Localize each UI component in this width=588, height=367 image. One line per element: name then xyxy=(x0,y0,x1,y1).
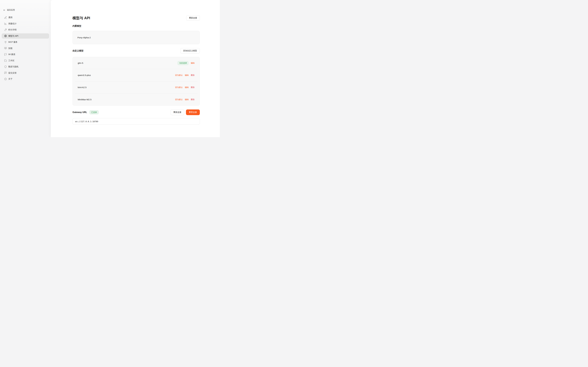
gateway-reconnect-button[interactable]: 重新连接 xyxy=(170,109,184,115)
sidebar-item-label: 数据与隐私 xyxy=(8,65,19,68)
plug-icon xyxy=(4,41,7,43)
settings-window: 返回应用 通用 用量统计 积分详情 模型与 API MCP 服务 xyxy=(0,0,220,137)
main-panel: 模型与 API 重新连接 内置模型 Pony-Alpha-2 自定义模型 添加自… xyxy=(51,0,220,137)
model-name: kimi-k2.5 xyxy=(78,86,87,89)
gateway-buttons: 重新连接 重置连接 xyxy=(170,109,200,115)
gateway-reset-button[interactable]: 重置连接 xyxy=(186,109,200,115)
delete-link[interactable]: 删除 xyxy=(191,74,195,76)
connected-status-badge: 已连接 xyxy=(89,110,99,114)
set-default-link[interactable]: 设为默认 xyxy=(175,98,183,101)
sidebar-item-usage-stats[interactable]: 用量统计 xyxy=(2,21,49,26)
builtin-models-heading: 内置模型 xyxy=(72,25,200,27)
current-selection-badge: 当前选择 xyxy=(177,61,189,65)
sidebar-item-general[interactable]: 通用 xyxy=(2,15,49,20)
model-name: qwen3.5-plus xyxy=(78,74,91,76)
sidebar-nav: 通用 用量统计 积分详情 模型与 API MCP 服务 技能 xyxy=(2,15,49,83)
add-custom-model-button[interactable]: 添加自定义模型 xyxy=(180,48,200,53)
row-actions: 当前选择 编辑 xyxy=(177,61,195,65)
sidebar-item-label: 工作区 xyxy=(8,59,15,62)
delete-link[interactable]: 删除 xyxy=(191,86,195,89)
sidebar-item-label: 关于 xyxy=(8,78,12,80)
edit-link[interactable]: 编辑 xyxy=(185,86,189,89)
info-icon xyxy=(4,78,7,81)
cpu-icon xyxy=(4,34,7,37)
custom-models-header: 自定义模型 添加自定义模型 xyxy=(72,48,200,53)
page-header: 模型与 API 重新连接 xyxy=(72,15,200,21)
row-actions: 设为默认 编辑 删除 xyxy=(175,98,195,101)
page-title: 模型与 API xyxy=(72,16,90,20)
sidebar-item-skills[interactable]: 技能 xyxy=(2,46,49,51)
sidebar-item-feedback[interactable]: 提交反馈 xyxy=(2,70,49,75)
sidebar-item-mcp-services[interactable]: MCP 服务 xyxy=(2,40,49,45)
sidebar-item-models-api[interactable]: 模型与 API xyxy=(2,33,49,39)
folder-icon xyxy=(4,59,7,62)
back-to-app-link[interactable]: 返回应用 xyxy=(2,9,49,11)
model-row-minimax: MiniMax-M2.5 设为默认 编辑 删除 xyxy=(73,93,200,106)
book-open-icon xyxy=(4,47,7,50)
gateway-url-label: Gateway URL xyxy=(72,111,87,114)
sidebar-item-label: MCP 服务 xyxy=(8,41,17,43)
sidebar-item-label: 用量统计 xyxy=(8,22,16,25)
custom-models-heading: 自定义模型 xyxy=(72,50,83,52)
reconnect-button[interactable]: 重新连接 xyxy=(186,15,200,21)
coins-icon xyxy=(4,28,7,31)
edit-link[interactable]: 编辑 xyxy=(185,98,189,101)
builtin-model-card: Pony-Alpha-2 xyxy=(72,31,200,44)
sidebar-item-im-channels[interactable]: IM 频道 xyxy=(2,52,49,57)
chat-bubble-icon xyxy=(4,53,7,56)
sidebar-item-label: IM 频道 xyxy=(8,53,15,56)
sidebar-item-label: 模型与 API xyxy=(8,35,18,37)
row-actions: 设为默认 编辑 删除 xyxy=(175,86,195,89)
sidebar-item-label: 技能 xyxy=(8,47,12,50)
sidebar-item-credits[interactable]: 积分详情 xyxy=(2,27,49,32)
model-name: MiniMax-M2.5 xyxy=(78,98,91,101)
pencil-icon xyxy=(4,16,7,19)
builtin-model-name: Pony-Alpha-2 xyxy=(77,36,91,39)
model-name: glm-5 xyxy=(78,62,83,64)
bar-chart-icon xyxy=(4,22,7,25)
arrow-left-icon xyxy=(3,9,6,11)
sidebar-item-label: 提交反馈 xyxy=(8,72,16,74)
sidebar: 返回应用 通用 用量统计 积分详情 模型与 API MCP 服务 xyxy=(0,0,51,137)
delete-link[interactable]: 删除 xyxy=(191,98,195,101)
model-row-kimi: kimi-k2.5 设为默认 编辑 删除 xyxy=(73,81,200,93)
sidebar-item-about[interactable]: 关于 xyxy=(2,76,49,82)
back-label: 返回应用 xyxy=(7,9,15,11)
gateway-url-left: Gateway URL 已连接 xyxy=(72,110,99,114)
set-default-link[interactable]: 设为默认 xyxy=(175,86,183,89)
gateway-url-row: Gateway URL 已连接 重新连接 重置连接 xyxy=(72,109,200,115)
edit-link[interactable]: 编辑 xyxy=(185,74,189,76)
sidebar-item-workspace[interactable]: 工作区 xyxy=(2,58,49,63)
sidebar-item-label: 积分详情 xyxy=(8,28,16,31)
set-default-link[interactable]: 设为默认 xyxy=(175,74,183,76)
feedback-icon xyxy=(4,71,7,74)
sidebar-item-label: 通用 xyxy=(8,16,12,19)
shield-icon xyxy=(4,65,7,68)
sidebar-item-data-privacy[interactable]: 数据与隐私 xyxy=(2,64,49,69)
model-row-glm-5: glm-5 当前选择 编辑 xyxy=(73,57,200,69)
row-actions: 设为默认 编辑 删除 xyxy=(175,74,195,76)
model-row-qwen: qwen3.5-plus 设为默认 编辑 删除 xyxy=(73,69,200,81)
gateway-url-input[interactable] xyxy=(72,118,200,125)
edit-link[interactable]: 编辑 xyxy=(191,62,195,64)
custom-models-list: glm-5 当前选择 编辑 qwen3.5-plus 设为默认 编辑 删除 xyxy=(72,57,200,106)
